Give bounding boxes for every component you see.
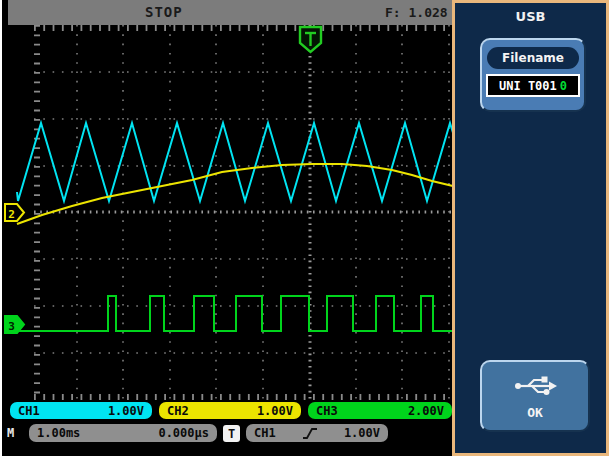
ch2-label: CH2 — [167, 404, 189, 418]
filename-field[interactable]: UNI T001 0 — [486, 74, 580, 97]
center-axis — [34, 25, 457, 400]
trigger-readout-badge: CH1 1.00V — [246, 424, 388, 442]
ch1-scale: 1.00V — [108, 404, 144, 418]
trigger-level: 1.00V — [344, 426, 380, 440]
graticule: 2 3 — [2, 0, 458, 456]
waveform-ch3 — [17, 296, 457, 331]
horizontal-offset: 0.000µs — [158, 426, 209, 440]
filename-button-label: Filename — [487, 47, 579, 69]
filename-button[interactable]: Filename UNI T001 0 — [480, 38, 586, 112]
ch3-marker-label: 3 — [8, 320, 15, 333]
trigger-t-label: T — [228, 427, 235, 441]
ch3-scale: 2.00V — [408, 404, 444, 418]
ch2-marker-label: 2 — [8, 208, 15, 221]
ch1-label: CH1 — [18, 404, 40, 418]
ch2-scale: 1.00V — [257, 404, 293, 418]
main-timebase-label: M — [7, 426, 14, 440]
waveform-ch1 — [17, 123, 457, 201]
usb-panel-title: USB — [455, 9, 606, 24]
ch3-label: CH3 — [316, 404, 338, 418]
trigger-position-marker[interactable] — [300, 27, 321, 52]
ch1-readout-badge: CH1 1.00V — [10, 402, 152, 419]
timebase-value: 1.00ms — [37, 426, 80, 440]
filename-cursor-digit: 0 — [560, 79, 567, 93]
usb-icon — [512, 373, 558, 399]
ok-button[interactable]: OK — [480, 360, 590, 432]
filename-value: UNI T001 — [499, 79, 557, 93]
ch2-readout-badge: CH2 1.00V — [159, 402, 301, 419]
ok-button-label: OK — [527, 405, 543, 420]
usb-panel: USB Filename UNI T001 0 — [452, 0, 609, 456]
timebase-badge: 1.00ms 0.000µs — [29, 424, 217, 442]
rising-edge-icon — [302, 427, 318, 440]
trigger-indicator-badge: T — [223, 425, 240, 442]
ch3-readout-badge: CH3 2.00V — [308, 402, 452, 419]
oscilloscope-screenshot: STOP F: 1.028 — [0, 0, 609, 461]
waveform-layer — [17, 123, 457, 331]
scope-screen: STOP F: 1.028 — [2, 0, 455, 456]
trigger-source: CH1 — [254, 426, 276, 440]
ch2-ground-marker[interactable]: 2 — [5, 204, 24, 221]
